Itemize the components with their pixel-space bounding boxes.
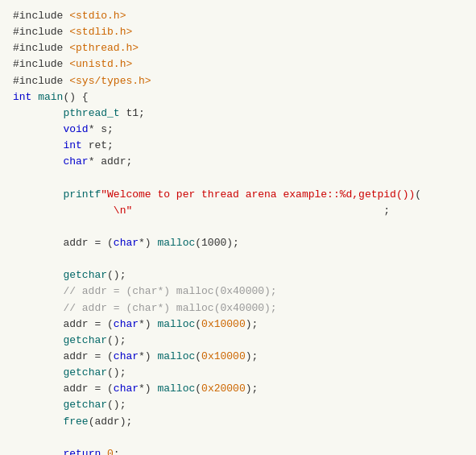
code-line: printf"Welcome to per thread arena examp… <box>0 187 476 203</box>
code-line: int main() { <box>0 89 476 105</box>
code-line: addr = (char*) malloc(1000); <box>0 235 476 251</box>
code-line: #include <unistd.h> <box>0 56 476 72</box>
code-line <box>0 170 476 186</box>
code-line <box>0 430 476 446</box>
code-line: return 0; <box>0 446 476 455</box>
code-line <box>0 219 476 235</box>
code-line: // addr = (char*) malloc(0x40000); <box>0 300 476 316</box>
code-line: getchar(); <box>0 333 476 349</box>
code-line: \n" ; <box>0 203 476 219</box>
code-line <box>0 251 476 267</box>
code-line: #include <pthread.h> <box>0 40 476 56</box>
code-line: getchar(); <box>0 397 476 413</box>
code-line: addr = (char*) malloc(0x10000); <box>0 316 476 333</box>
code-line: #include <stdio.h> <box>0 8 476 24</box>
code-line: addr = (char*) malloc(0x20000); <box>0 381 476 397</box>
code-editor: #include <stdio.h>#include <stdlib.h>#in… <box>0 0 476 455</box>
code-line: getchar(); <box>0 267 476 283</box>
code-line: getchar(); <box>0 365 476 381</box>
code-line: char* addr; <box>0 154 476 170</box>
code-line: #include <sys/types.h> <box>0 73 476 89</box>
code-line: #include <stdlib.h> <box>0 24 476 40</box>
code-line: void* s; <box>0 122 476 138</box>
code-line: // addr = (char*) malloc(0x40000); <box>0 283 476 300</box>
code-line: addr = (char*) malloc(0x10000); <box>0 349 476 365</box>
code-line: int ret; <box>0 138 476 154</box>
code-line: free(addr); <box>0 414 476 430</box>
code-line: pthread_t t1; <box>0 105 476 122</box>
